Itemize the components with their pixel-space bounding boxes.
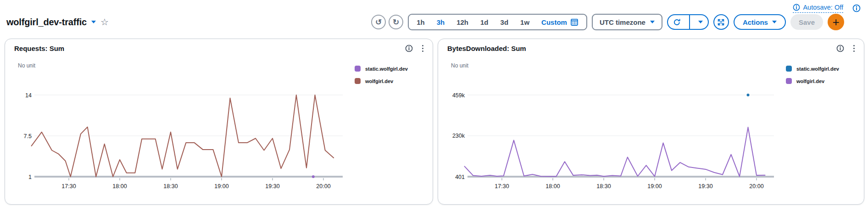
title-group: wolfgirl_dev-traffic ☆ bbox=[6, 17, 109, 28]
chevron-down-icon bbox=[650, 21, 655, 23]
undo-icon: ↺ bbox=[375, 17, 382, 27]
redo-button[interactable]: ↻ bbox=[389, 15, 403, 29]
toolbar-controls: ↺ ↻ 1h3h12h1d3d1w Custom bbox=[371, 14, 844, 30]
axis-unit-label: No unit bbox=[18, 62, 36, 69]
fullscreen-button[interactable] bbox=[713, 14, 729, 30]
timezone-label: UTC timezone bbox=[600, 18, 645, 26]
chevron-down-icon bbox=[772, 21, 777, 23]
chart-legend: static.wolfgirl.devwolfgirl.dev bbox=[786, 66, 839, 84]
custom-range-label: Custom bbox=[541, 18, 567, 26]
chart-legend: static.wolfgirl.devwolfgirl.dev bbox=[355, 66, 408, 84]
actions-button[interactable]: Actions bbox=[734, 14, 786, 30]
dashboard-info-icon[interactable] bbox=[852, 4, 861, 12]
y-tick-label: 14 bbox=[25, 92, 32, 99]
x-tick-label: 17:30 bbox=[495, 183, 509, 190]
widget-header: BytesDownloaded: Sum bbox=[447, 44, 856, 53]
legend-item[interactable]: wolfgirl.dev bbox=[786, 78, 839, 84]
calendar-icon bbox=[570, 18, 579, 26]
requests-chart[interactable]: No unit17.51417:3018:0018:3019:0019:3020… bbox=[5, 39, 433, 203]
time-range-1h[interactable]: 1h bbox=[411, 15, 431, 29]
bytes-downloaded-chart[interactable]: No unit401230k459k17:3018:0018:3019:0019… bbox=[438, 39, 864, 203]
autosave-row: Autosave: Off bbox=[793, 4, 861, 13]
legend-swatch bbox=[355, 78, 361, 84]
legend-label: wolfgirl.dev bbox=[796, 78, 824, 84]
legend-swatch bbox=[786, 78, 792, 84]
actions-label: Actions bbox=[743, 18, 768, 26]
widget-info-icon[interactable] bbox=[405, 45, 413, 52]
widget-header-icons bbox=[405, 44, 424, 53]
title-dropdown-caret[interactable] bbox=[91, 21, 96, 23]
refresh-options-button[interactable] bbox=[694, 15, 708, 29]
x-tick-label: 18:30 bbox=[163, 183, 178, 190]
bytes-downloaded-widget: No unit401230k459k17:3018:0018:3019:0019… bbox=[438, 39, 864, 205]
chevron-down-icon bbox=[698, 21, 703, 23]
time-range-1d[interactable]: 1d bbox=[474, 15, 495, 29]
refresh-split-button bbox=[667, 14, 709, 30]
y-tick-label: 459k bbox=[452, 92, 465, 99]
x-tick-label: 17:30 bbox=[61, 183, 76, 190]
x-tick-label: 19:30 bbox=[698, 183, 712, 190]
legend-swatch bbox=[786, 66, 792, 72]
y-tick-label: 401 bbox=[455, 174, 465, 180]
y-tick-label: 1 bbox=[28, 174, 32, 180]
x-tick-label: 19:30 bbox=[265, 183, 279, 190]
legend-label: static.wolfgirl.dev bbox=[365, 66, 408, 72]
x-tick-label: 18:30 bbox=[596, 183, 611, 190]
x-tick-label: 19:00 bbox=[214, 183, 228, 190]
widget-title: Requests: Sum bbox=[14, 45, 64, 52]
y-tick-label: 230k bbox=[452, 133, 465, 139]
page-title: wolfgirl_dev-traffic bbox=[6, 17, 87, 28]
legend-item[interactable]: static.wolfgirl.dev bbox=[355, 66, 408, 72]
widget-menu-icon[interactable] bbox=[852, 44, 856, 53]
time-range-custom[interactable]: Custom bbox=[535, 15, 584, 29]
refresh-button[interactable] bbox=[668, 15, 685, 29]
x-tick-label: 18:00 bbox=[112, 183, 127, 190]
axis-unit-label: No unit bbox=[451, 62, 469, 69]
widget-header-icons bbox=[836, 44, 856, 53]
toolbar: wolfgirl_dev-traffic ☆ ↺ ↻ 1h3h12h1d3d1w… bbox=[6, 14, 844, 30]
fullscreen-icon bbox=[717, 18, 725, 26]
legend-label: wolfgirl.dev bbox=[365, 78, 393, 84]
legend-item[interactable]: wolfgirl.dev bbox=[355, 78, 408, 84]
widget-title: BytesDownloaded: Sum bbox=[447, 45, 526, 52]
x-tick-label: 19:00 bbox=[647, 183, 662, 190]
time-range-12h[interactable]: 12h bbox=[451, 15, 474, 29]
save-button[interactable]: Save bbox=[790, 14, 823, 30]
time-range-3h[interactable]: 3h bbox=[431, 15, 451, 29]
autosave-label: Autosave: Off bbox=[803, 4, 843, 11]
x-tick-label: 20:00 bbox=[749, 183, 763, 190]
series-line[interactable] bbox=[465, 127, 765, 176]
time-range-group: 1h3h12h1d3d1w Custom bbox=[408, 14, 587, 30]
redo-icon: ↻ bbox=[393, 17, 399, 27]
legend-swatch bbox=[355, 66, 361, 72]
x-tick-label: 18:00 bbox=[545, 183, 560, 190]
info-icon bbox=[793, 4, 800, 11]
add-widget-button[interactable]: + bbox=[828, 14, 844, 30]
widget-menu-icon[interactable] bbox=[421, 44, 424, 53]
x-tick-label: 20:00 bbox=[316, 183, 330, 190]
legend-item[interactable]: static.wolfgirl.dev bbox=[786, 66, 839, 72]
widget-header: Requests: Sum bbox=[14, 44, 424, 53]
requests-widget: No unit17.51417:3018:0018:3019:0019:3020… bbox=[5, 39, 433, 205]
series-point[interactable] bbox=[747, 94, 750, 96]
widget-info-icon[interactable] bbox=[836, 45, 844, 52]
cloudwatch-dashboard: Autosave: Off wolfgirl_dev-traffic ☆ ↺ ↻… bbox=[0, 0, 868, 212]
split-divider bbox=[689, 15, 690, 29]
refresh-icon bbox=[673, 18, 681, 26]
time-range-1w[interactable]: 1w bbox=[514, 15, 535, 29]
time-range-3d[interactable]: 3d bbox=[495, 15, 515, 29]
legend-label: static.wolfgirl.dev bbox=[796, 66, 839, 72]
series-point[interactable] bbox=[312, 175, 315, 178]
autosave-toggle[interactable]: Autosave: Off bbox=[793, 4, 843, 13]
undo-button[interactable]: ↺ bbox=[371, 15, 386, 29]
favorite-star-icon[interactable]: ☆ bbox=[100, 17, 109, 27]
y-tick-label: 7.5 bbox=[24, 133, 32, 139]
timezone-dropdown[interactable]: UTC timezone bbox=[592, 14, 662, 30]
